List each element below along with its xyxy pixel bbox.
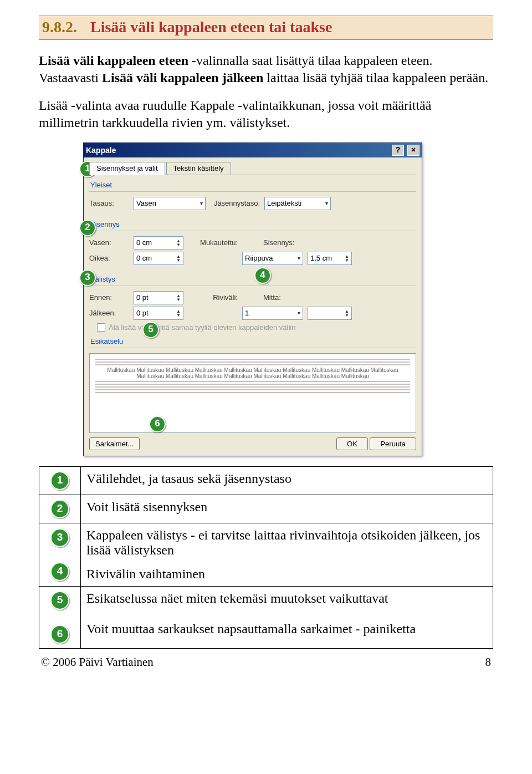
- group-general: Yleiset: [90, 181, 416, 189]
- callout-2: 2: [79, 220, 96, 236]
- help-icon[interactable]: ?: [392, 145, 404, 156]
- combo-line-spacing[interactable]: 1 ▾: [242, 307, 303, 320]
- label-space-before: Ennen:: [89, 293, 129, 302]
- tabs: Sisennykset ja välit Tekstin käsittely: [89, 162, 416, 175]
- label-outline-level: Jäsennystaso:: [210, 199, 260, 207]
- spin-line-at[interactable]: ▲▼: [308, 307, 352, 320]
- window-buttons: ? ×: [391, 145, 420, 156]
- label-space-after: Jälkeen:: [89, 309, 129, 317]
- legend-text-3: Kappaleen välistys - ei tarvitse laittaa…: [81, 523, 493, 562]
- label-indent-right: Oikea:: [89, 254, 129, 262]
- callout-5: 5: [142, 322, 159, 338]
- callout-3: 3: [79, 269, 96, 286]
- legend-text-1: Välilehdet, ja tasaus sekä jäsennystaso: [81, 466, 493, 495]
- legend-num-4: 4: [50, 562, 69, 581]
- label-line-at: Mitta:: [263, 293, 281, 302]
- legend-num-3: 3: [50, 528, 69, 547]
- legend-text-6: Voit muuttaa sarkaukset napsauttamalla s…: [81, 617, 493, 648]
- legend-text-4: Rivivälin vaihtaminen: [81, 562, 493, 587]
- dialog-title: Kappale: [86, 146, 116, 155]
- paragraph-2: Lisää -valinta avaa ruudulle Kappale -va…: [39, 97, 493, 131]
- chevron-down-icon: ▾: [298, 255, 300, 261]
- legend-text-2: Voit lisätä sisennyksen: [81, 495, 493, 523]
- page-footer: © 2006 Päivi Vartiainen 8: [39, 655, 493, 669]
- label-alignment: Tasaus:: [89, 199, 129, 207]
- combo-alignment[interactable]: Vasen ▾: [134, 197, 206, 210]
- chevron-down-icon: ▾: [298, 310, 300, 316]
- tabs-button[interactable]: Sarkaimet...: [89, 437, 140, 450]
- preview-pane: Mallituskau Mallituskau Mallituskau Mall…: [89, 353, 416, 433]
- tab-line-page-breaks[interactable]: Tekstin käsittely: [166, 162, 231, 175]
- checkbox-icon: [97, 323, 105, 332]
- spin-indent-left[interactable]: 0 cm ▲▼: [134, 236, 183, 249]
- heading-title: Lisää väli kappaleen eteen tai taakse: [90, 18, 332, 35]
- legend-num-5: 5: [50, 591, 69, 610]
- legend-num-1: 1: [50, 471, 69, 490]
- chevron-down-icon: ▾: [200, 200, 203, 206]
- callout-4: 4: [254, 267, 271, 284]
- footer-copyright: © 2006 Päivi Vartiainen: [41, 655, 154, 669]
- chevron-down-icon: ▾: [325, 200, 328, 206]
- spin-space-before[interactable]: 0 pt ▲▼: [134, 291, 183, 304]
- label-indent-by: Sisennys:: [263, 238, 294, 247]
- legend-text-5: Esikatselussa näet miten tekemäsi muutok…: [81, 586, 493, 617]
- paragraph-1: Lisää väli kappaleen eteen -valinnalla s…: [39, 52, 493, 86]
- spin-indent-by[interactable]: 1,5 cm ▲▼: [308, 252, 352, 265]
- footer-page-number: 8: [485, 655, 492, 669]
- spin-indent-right[interactable]: 0 cm ▲▼: [134, 252, 183, 265]
- legend-table: 1 Välilehdet, ja tasaus sekä jäsennystas…: [39, 466, 493, 649]
- group-indent: Sisennys: [90, 220, 416, 228]
- label-indent-left: Vasen:: [89, 238, 129, 247]
- spin-space-after[interactable]: 0 pt ▲▼: [134, 307, 183, 320]
- close-icon[interactable]: ×: [407, 145, 420, 156]
- tab-indents-spacing[interactable]: Sisennykset ja välit: [89, 162, 165, 175]
- titlebar: Kappale ? ×: [84, 143, 422, 157]
- legend-num-6: 6: [50, 625, 69, 644]
- section-heading: 9.8.2. Lisää väli kappaleen eteen tai ta…: [39, 16, 493, 40]
- cancel-button[interactable]: Peruuta: [370, 437, 416, 450]
- label-indent-custom: Mukautettu:: [188, 238, 238, 247]
- label-line-spacing: Riviväli:: [188, 293, 238, 302]
- legend-num-2: 2: [50, 500, 69, 518]
- ok-button[interactable]: OK: [336, 437, 368, 450]
- combo-special-indent[interactable]: Riippuva ▾: [242, 252, 303, 265]
- callout-6: 6: [149, 416, 166, 432]
- group-spacing: Välistys: [90, 275, 416, 283]
- heading-number: 9.8.2.: [42, 18, 77, 35]
- group-preview: Esikatselu: [90, 337, 416, 345]
- dialog-kappale: Kappale ? × 1 2 3 4 5 6 Sisennykset ja v…: [83, 142, 422, 456]
- combo-outline-level[interactable]: Leipäteksti ▾: [264, 197, 331, 210]
